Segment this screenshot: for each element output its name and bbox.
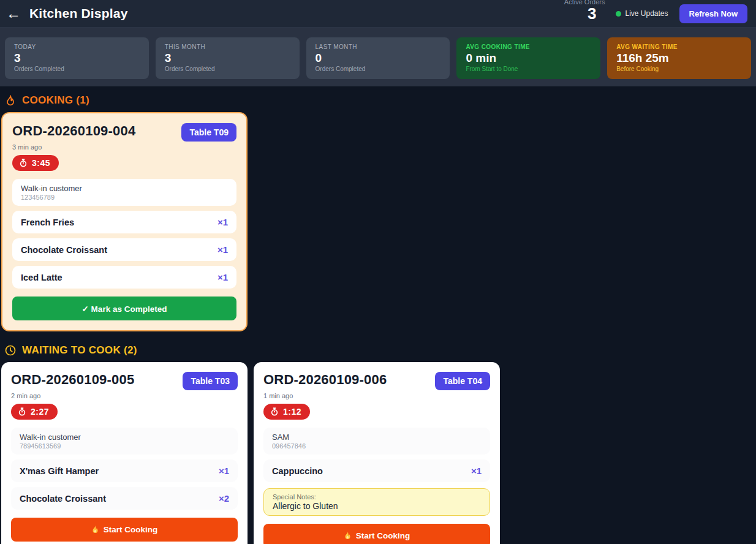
timer-value: 2:27 (31, 407, 49, 417)
stat-sub: From Start to Done (466, 66, 591, 72)
timer-value: 1:12 (283, 407, 301, 417)
customer-name: Walk-in customer (21, 184, 228, 193)
timer-badge: 1:12 (263, 404, 310, 420)
item-name: Chocolate Croissant (20, 494, 106, 504)
item-quantity: ×1 (217, 272, 228, 282)
order-id: ORD-20260109-004 (12, 123, 135, 139)
timer-value: 3:45 (32, 158, 50, 168)
order-item: Chocolate Croissant ×2 (11, 487, 238, 510)
stat-label: THIS MONTH (165, 43, 290, 50)
stat-value: 3 (165, 51, 290, 65)
customer-name: Walk-in customer (20, 433, 229, 442)
app-header: ← Kitchen Display Active Orders 3 Live U… (0, 0, 756, 28)
stats-band: TODAY 3 Orders Completed THIS MONTH 3 Or… (0, 28, 756, 86)
order-item: French Fries ×1 (12, 211, 236, 233)
live-updates-label: Live Updates (625, 9, 668, 18)
flame-icon (344, 531, 352, 540)
order-id: ORD-20260109-005 (11, 372, 134, 388)
order-item: Iced Latte ×1 (12, 266, 236, 289)
stopwatch-icon (270, 407, 279, 416)
stat-value: 3 (14, 51, 140, 65)
live-updates-indicator: Live Updates (616, 9, 668, 18)
order-id: ORD-20260109-006 (263, 372, 387, 388)
table-badge: Table T03 (183, 372, 238, 390)
waiting-section-title: WAITING TO COOK (2) (22, 344, 137, 357)
customer-phone: 123456789 (21, 194, 228, 201)
stat-label: LAST MONTH (316, 43, 441, 50)
item-name: Chocolate Croissant (21, 245, 107, 255)
mark-completed-label: ✓ Mark as Completed (82, 304, 167, 314)
header-right: Active Orders 3 Live Updates Refresh Now (564, 4, 747, 23)
order-card-top: ORD-20260109-006 Table T04 (263, 372, 490, 390)
flame-icon (91, 525, 99, 534)
live-status-dot-icon (616, 11, 621, 17)
customer-phone: 096457846 (272, 442, 482, 450)
customer-box: Walk-in customer 123456789 (12, 179, 236, 206)
cooking-cards-row: ORD-20260109-004 Table T09 3 min ago 3:4… (1, 112, 751, 331)
main-content: COOKING (1) ORD-20260109-004 Table T09 3… (0, 86, 756, 544)
stat-sub: Orders Completed (316, 66, 441, 72)
stat-card-avg-cooking-time: AVG COOKING TIME 0 min From Start to Don… (456, 37, 600, 79)
stat-card-last-month: LAST MONTH 0 Orders Completed (306, 37, 450, 79)
item-name: Cappuccino (272, 466, 323, 476)
item-name: Iced Latte (21, 273, 62, 282)
order-card-waiting-1: ORD-20260109-005 Table T03 2 min ago 2:2… (1, 362, 248, 544)
order-card-top: ORD-20260109-004 Table T09 (12, 123, 236, 142)
customer-box: SAM 096457846 (263, 428, 490, 455)
start-cooking-button[interactable]: Start Cooking (11, 518, 238, 542)
stat-card-this-month: THIS MONTH 3 Orders Completed (156, 37, 300, 79)
stat-value: 0 min (466, 51, 591, 65)
stopwatch-icon (19, 159, 28, 167)
stat-sub: Orders Completed (165, 66, 290, 72)
waiting-section-header: WAITING TO COOK (2) (1, 344, 751, 357)
order-time-ago: 3 min ago (12, 143, 236, 151)
stopwatch-icon (18, 407, 26, 416)
customer-phone: 78945613569 (20, 442, 229, 450)
stat-card-avg-waiting-time: AVG WAITING TIME 116h 25m Before Cooking (607, 37, 751, 79)
order-item: Chocolate Croissant ×1 (12, 238, 236, 261)
order-time-ago: 1 min ago (263, 392, 490, 399)
item-name: French Fries (21, 217, 74, 227)
timer-badge: 3:45 (12, 155, 59, 171)
stat-label: AVG WAITING TIME (616, 43, 742, 50)
stat-value: 116h 25m (616, 51, 742, 65)
mark-completed-button[interactable]: ✓ Mark as Completed (12, 297, 236, 320)
order-card-waiting-2: ORD-20260109-006 Table T04 1 min ago 1:1… (254, 362, 500, 544)
special-notes-label: Special Notes: (273, 493, 481, 501)
order-item: X'mas Gift Hamper ×1 (11, 459, 238, 482)
customer-name: SAM (272, 433, 482, 442)
waiting-cards-row: ORD-20260109-005 Table T03 2 min ago 2:2… (1, 362, 751, 544)
active-orders-label: Active Orders (564, 0, 605, 6)
stat-card-today: TODAY 3 Orders Completed (5, 37, 149, 79)
start-cooking-label: Start Cooking (356, 531, 410, 540)
start-cooking-button[interactable]: Start Cooking (263, 524, 490, 544)
special-notes-box: Special Notes: Allergic to Gluten (263, 488, 490, 516)
order-item: Cappuccino ×1 (263, 459, 490, 482)
item-quantity: ×1 (217, 217, 228, 227)
order-card-cooking: ORD-20260109-004 Table T09 3 min ago 3:4… (1, 112, 248, 331)
clock-icon (4, 344, 17, 357)
item-quantity: ×2 (219, 493, 229, 504)
item-name: X'mas Gift Hamper (20, 466, 99, 476)
item-quantity: ×1 (219, 466, 229, 476)
refresh-now-button[interactable]: Refresh Now (679, 4, 747, 23)
page-title: Kitchen Display (29, 6, 128, 21)
stat-label: AVG COOKING TIME (466, 43, 591, 50)
stat-label: TODAY (14, 43, 140, 50)
stat-sub: Orders Completed (14, 66, 140, 72)
order-card-top: ORD-20260109-005 Table T03 (11, 372, 238, 390)
stat-value: 0 (316, 51, 441, 65)
timer-badge: 2:27 (11, 404, 58, 420)
start-cooking-label: Start Cooking (104, 525, 158, 534)
customer-box: Walk-in customer 78945613569 (11, 428, 238, 455)
special-notes-text: Allergic to Gluten (273, 501, 481, 511)
stat-sub: Before Cooking (616, 66, 742, 72)
order-time-ago: 2 min ago (11, 392, 238, 399)
active-orders: Active Orders 3 (564, 0, 605, 23)
cooking-section-title: COOKING (1) (22, 94, 89, 107)
back-arrow-icon[interactable]: ← (6, 6, 21, 21)
active-orders-count: 3 (588, 6, 605, 22)
table-badge: Table T09 (181, 123, 236, 142)
item-quantity: ×1 (217, 244, 228, 255)
item-quantity: ×1 (471, 466, 482, 476)
